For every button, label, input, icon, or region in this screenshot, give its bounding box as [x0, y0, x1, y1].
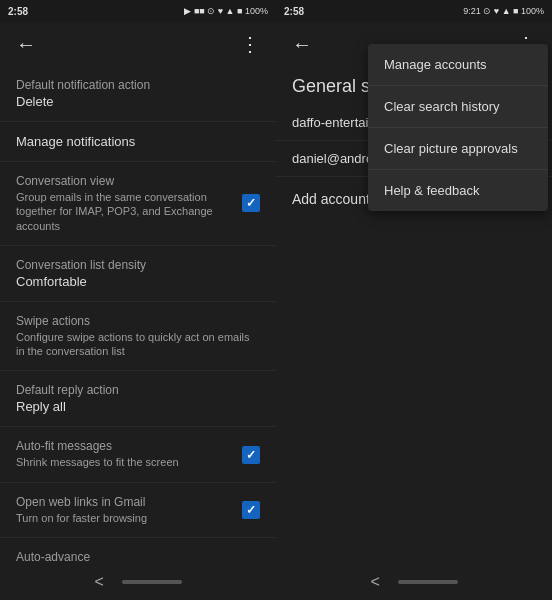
dropdown-item-0[interactable]: Manage accounts: [368, 44, 548, 86]
bottom-nav-left: <: [0, 564, 276, 600]
battery-icon-right: 9:21 ⊙ ♥ ▲ ■ 100%: [463, 6, 544, 16]
setting-desc-6: Shrink messages to fit the screen: [16, 455, 234, 469]
setting-label-0: Default notification action: [16, 78, 260, 92]
conversation-view-text: Conversation view Group emails in the sa…: [16, 174, 234, 233]
time-left: 2:58: [8, 6, 28, 17]
bottom-back-left[interactable]: <: [94, 573, 103, 591]
web-links-row: Open web links in Gmail Turn on for fast…: [16, 495, 260, 525]
dropdown-item-2[interactable]: Clear picture approvals: [368, 128, 548, 170]
toolbar-left: ← ⋮: [0, 22, 276, 66]
setting-label-3: Conversation list density: [16, 258, 260, 272]
bottom-back-right[interactable]: <: [370, 573, 379, 591]
status-bar-right: 2:58 9:21 ⊙ ♥ ▲ ■ 100%: [276, 0, 552, 22]
setting-conversation-density[interactable]: Conversation list density Comfortable: [0, 246, 276, 302]
status-icons-left: ▶ ■■ ⊙ ♥ ▲ ■ 100%: [184, 6, 268, 16]
setting-desc-7: Turn on for faster browsing: [16, 511, 234, 525]
auto-fit-row: Auto-fit messages Shrink messages to fit…: [16, 439, 260, 469]
left-panel: 2:58 ▶ ■■ ⊙ ♥ ▲ ■ 100% ← ⋮ Default notif…: [0, 0, 276, 600]
setting-desc-2: Group emails in the same conversation to…: [16, 190, 234, 233]
setting-value-3: Comfortable: [16, 274, 260, 289]
bottom-nav-right: <: [276, 564, 552, 600]
status-bar-left: 2:58 ▶ ■■ ⊙ ♥ ▲ ■ 100%: [0, 0, 276, 22]
setting-default-reply[interactable]: Default reply action Reply all: [0, 371, 276, 427]
battery-icon-left: ▶ ■■ ⊙ ♥ ▲ ■ 100%: [184, 6, 268, 16]
dropdown-item-3[interactable]: Help & feedback: [368, 170, 548, 211]
checkbox-web-links[interactable]: [242, 501, 260, 519]
setting-swipe-actions[interactable]: Swipe actions Configure swipe actions to…: [0, 302, 276, 372]
setting-label-6: Auto-fit messages: [16, 439, 234, 453]
setting-conversation-view[interactable]: Conversation view Group emails in the sa…: [0, 162, 276, 246]
checkbox-conversation-view[interactable]: [242, 194, 260, 212]
setting-value-0: Delete: [16, 94, 260, 109]
web-links-text: Open web links in Gmail Turn on for fast…: [16, 495, 234, 525]
setting-label-4: Swipe actions: [16, 314, 260, 328]
back-button-left[interactable]: ←: [8, 29, 44, 60]
setting-label-8: Auto-advance: [16, 550, 260, 564]
setting-desc-4: Configure swipe actions to quickly act o…: [16, 330, 260, 359]
dropdown-item-1[interactable]: Clear search history: [368, 86, 548, 128]
setting-value-1: Manage notifications: [16, 134, 260, 149]
checkbox-auto-fit[interactable]: [242, 446, 260, 464]
right-panel: 2:58 9:21 ⊙ ♥ ▲ ■ 100% ← ⋮ General setti…: [276, 0, 552, 600]
setting-auto-advance[interactable]: Auto-advance Show conversation list afte…: [0, 538, 276, 564]
menu-button-left[interactable]: ⋮: [232, 28, 268, 60]
time-right: 2:58: [284, 6, 304, 17]
setting-label-2: Conversation view: [16, 174, 234, 188]
setting-manage-notifications[interactable]: Manage notifications: [0, 122, 276, 162]
setting-open-web-links[interactable]: Open web links in Gmail Turn on for fast…: [0, 483, 276, 538]
conversation-view-row: Conversation view Group emails in the sa…: [16, 174, 260, 233]
setting-value-5: Reply all: [16, 399, 260, 414]
settings-list-left: Default notification action Delete Manag…: [0, 66, 276, 564]
setting-label-5: Default reply action: [16, 383, 260, 397]
setting-auto-fit[interactable]: Auto-fit messages Shrink messages to fit…: [0, 427, 276, 482]
nav-pill-left: [122, 580, 182, 584]
dropdown-menu: Manage accounts Clear search history Cle…: [368, 44, 548, 211]
nav-pill-right: [398, 580, 458, 584]
auto-fit-text: Auto-fit messages Shrink messages to fit…: [16, 439, 234, 469]
right-spacer: [276, 221, 552, 564]
setting-default-notification[interactable]: Default notification action Delete: [0, 66, 276, 122]
setting-label-7: Open web links in Gmail: [16, 495, 234, 509]
back-button-right[interactable]: ←: [284, 29, 320, 60]
status-icons-right: 9:21 ⊙ ♥ ▲ ■ 100%: [463, 6, 544, 16]
